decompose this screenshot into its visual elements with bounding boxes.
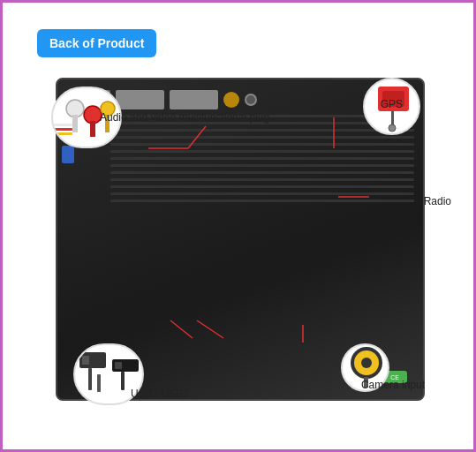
svg-rect-13 xyxy=(88,368,92,390)
connector-dark xyxy=(245,94,257,106)
svg-rect-12 xyxy=(115,362,122,369)
left-connector-blue xyxy=(62,146,74,163)
page-container: Back of Product CE xyxy=(3,3,473,449)
svg-rect-15 xyxy=(97,374,101,392)
svg-rect-10 xyxy=(82,356,89,365)
svg-rect-8 xyxy=(53,132,72,135)
svg-rect-7 xyxy=(53,128,72,131)
svg-rect-1 xyxy=(72,115,78,132)
gps-annotation-label: GPS xyxy=(381,95,403,111)
usb-annotation-label: USB1 USB2 xyxy=(131,385,189,401)
svg-rect-14 xyxy=(121,372,125,390)
radio-annotation-label: Radio xyxy=(424,192,451,208)
svg-rect-3 xyxy=(90,121,95,137)
svg-point-19 xyxy=(389,124,396,132)
back-of-product-button[interactable]: Back of Product xyxy=(37,29,156,57)
connector-gold xyxy=(223,92,239,108)
svg-rect-6 xyxy=(53,124,72,126)
camera-annotation-label: Camera input xyxy=(361,376,425,392)
svg-point-21 xyxy=(361,358,372,368)
av-annotation-label: Audio and video multifunctional plug xyxy=(100,109,269,124)
connector-3 xyxy=(170,90,218,109)
connector-2 xyxy=(116,90,164,109)
